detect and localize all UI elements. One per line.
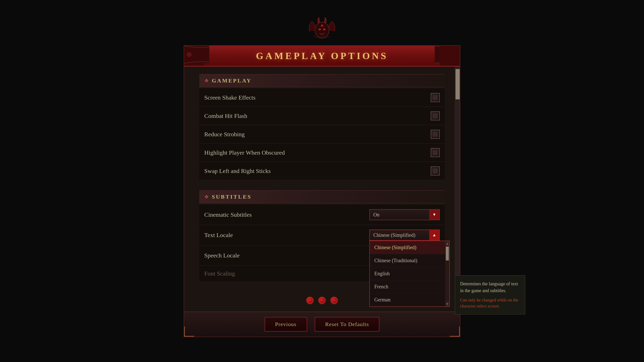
dropdown-scroll-down[interactable]: ▼ xyxy=(445,301,449,306)
text-locale-wrapper: Chinese (Simplified) ▲ ▲ Chinese (Simpli… xyxy=(369,230,440,241)
text-locale-dropdown[interactable]: Chinese (Simplified) ▲ xyxy=(369,230,440,241)
game-container: GAMEPLAY OPTIONS ❖ GAMEPLAY Screen Shake… xyxy=(138,30,506,332)
demon-icon xyxy=(307,16,337,44)
combat-hit-flash-label: Combat Hit Flash xyxy=(204,113,247,119)
reduce-strobing-label: Reduce Strobing xyxy=(204,131,245,138)
screen-shake-label: Screen Shake Effects xyxy=(204,94,255,101)
panel-corner-br xyxy=(450,327,460,337)
svg-rect-6 xyxy=(435,46,460,63)
gameplay-section-icon: ❖ xyxy=(204,78,209,84)
highlight-player-checkbox-inner xyxy=(433,150,438,155)
panel-corner-bl xyxy=(184,327,194,337)
dropdown-scroll-up[interactable]: ▲ xyxy=(445,241,449,246)
text-locale-row: Text Locale Chinese (Simplified) ▲ xyxy=(199,225,445,245)
main-scrollbar[interactable] xyxy=(455,67,460,311)
screen-shake-row: Screen Shake Effects xyxy=(199,88,445,107)
screen-shake-checkbox-inner xyxy=(433,95,438,100)
dropdown-option-chinese-traditional[interactable]: Chinese (Traditional) xyxy=(370,254,445,267)
swap-sticks-checkbox-inner xyxy=(433,168,438,173)
reset-defaults-button[interactable]: Reset to Defaults xyxy=(315,317,380,332)
bottom-bar: Previous Reset to Defaults xyxy=(184,311,460,337)
cinematic-subtitles-label: Cinematic Subtitles xyxy=(204,211,252,218)
page-title: GAMEPLAY OPTIONS xyxy=(256,50,388,61)
reduce-strobing-checkbox-inner xyxy=(433,132,438,137)
scrollbar-track xyxy=(455,67,460,311)
text-locale-value: Chinese (Simplified) xyxy=(370,232,429,238)
text-locale-label: Text Locale xyxy=(204,232,233,239)
cinematic-subtitles-row: Cinematic Subtitles On ▼ xyxy=(199,205,445,225)
reduce-strobing-checkbox[interactable] xyxy=(431,130,440,139)
speech-locale-label: Speech Locale xyxy=(204,252,240,259)
dropdown-scroll-thumb xyxy=(446,247,449,260)
dropdown-option-chinese-simplified[interactable]: Chinese (Simplified) xyxy=(370,241,445,254)
dropdown-list-inner: ▲ Chinese (Simplified) Chinese (Traditio… xyxy=(370,241,449,306)
logo-area xyxy=(297,15,347,45)
title-ornament-left xyxy=(184,46,209,63)
svg-point-7 xyxy=(453,53,457,57)
nav-dot-3[interactable] xyxy=(331,297,338,304)
scrollbar-thumb[interactable] xyxy=(456,69,460,99)
svg-point-2 xyxy=(323,28,326,30)
subtitles-section-header: ❖ SUBTITLES xyxy=(199,190,445,203)
font-scaling-label: Font Scaling xyxy=(204,270,235,277)
cinematic-subtitles-dropdown[interactable]: On ▼ xyxy=(369,209,440,220)
reduce-strobing-row: Reduce Strobing xyxy=(199,125,445,144)
gameplay-section-title: GAMEPLAY xyxy=(212,77,252,84)
tooltip-main-text: Determines the language of text in the g… xyxy=(460,281,520,294)
subtitles-section-icon: ❖ xyxy=(204,194,209,200)
scroll-container: ❖ GAMEPLAY Screen Shake Effects xyxy=(184,67,460,311)
subtitles-section: ❖ SUBTITLES Cinematic Subtitles On ▼ xyxy=(199,190,445,282)
text-locale-dropdown-list: ▲ Chinese (Simplified) Chinese (Traditio… xyxy=(369,241,450,307)
dropdown-option-french[interactable]: French xyxy=(370,280,445,293)
dropdown-scrollbar-track xyxy=(445,246,449,301)
nav-dot-1[interactable] xyxy=(306,297,313,304)
screen-shake-checkbox[interactable] xyxy=(431,93,440,102)
combat-hit-flash-checkbox[interactable] xyxy=(431,111,440,120)
swap-sticks-checkbox[interactable] xyxy=(431,166,440,175)
cinematic-subtitles-value: On xyxy=(370,212,429,218)
tooltip-warning-text: Can only be changed while on the charact… xyxy=(460,297,520,309)
subtitles-section-content: Cinematic Subtitles On ▼ Text Locale xyxy=(199,205,445,282)
content-area: ❖ GAMEPLAY Screen Shake Effects xyxy=(184,67,460,311)
nav-dot-2[interactable] xyxy=(318,297,326,304)
highlight-player-label: Highlight Player When Obscured xyxy=(204,149,285,156)
main-panel: GAMEPLAY OPTIONS ❖ GAMEPLAY Screen Shake… xyxy=(184,45,460,337)
combat-hit-flash-checkbox-inner xyxy=(433,113,438,118)
gameplay-section: ❖ GAMEPLAY Screen Shake Effects xyxy=(199,74,445,180)
text-locale-arrow[interactable]: ▲ xyxy=(429,230,439,240)
previous-button[interactable]: Previous xyxy=(265,317,307,332)
gameplay-section-content: Screen Shake Effects Combat Hit Flash xyxy=(199,88,445,180)
title-bar: GAMEPLAY OPTIONS xyxy=(184,46,460,67)
subtitles-section-title: SUBTITLES xyxy=(212,194,252,200)
svg-point-1 xyxy=(318,28,321,30)
highlight-player-checkbox[interactable] xyxy=(431,148,440,157)
swap-sticks-row: Swap Left and Right Sticks xyxy=(199,162,445,180)
svg-point-5 xyxy=(187,53,191,57)
tooltip-box: Determines the language of text in the g… xyxy=(455,275,525,314)
title-ornament-right xyxy=(435,46,460,63)
combat-hit-flash-row: Combat Hit Flash xyxy=(199,107,445,125)
dropdown-option-german[interactable]: German xyxy=(370,293,445,306)
cinematic-subtitles-arrow[interactable]: ▼ xyxy=(429,210,439,220)
gameplay-section-header: ❖ GAMEPLAY xyxy=(199,74,445,87)
dropdown-option-english[interactable]: English xyxy=(370,267,445,280)
swap-sticks-label: Swap Left and Right Sticks xyxy=(204,168,271,174)
highlight-player-row: Highlight Player When Obscured xyxy=(199,144,445,162)
